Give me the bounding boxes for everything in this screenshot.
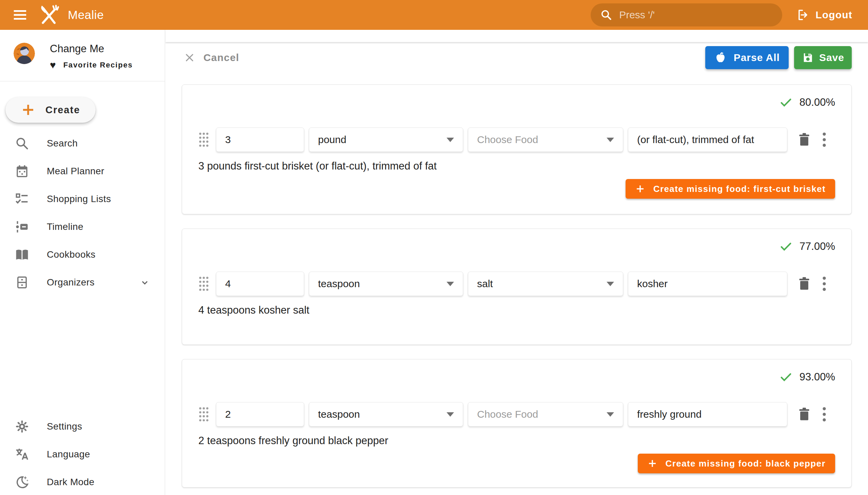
cabinet-icon: [14, 275, 30, 290]
confidence-row: 80.00%: [198, 96, 835, 109]
missing-food-row: Create missing food: first-cut brisket: [198, 179, 835, 199]
ingredient-menu-button[interactable]: [822, 407, 827, 422]
unit-select[interactable]: pound: [309, 127, 463, 152]
mealie-logo-icon: [37, 4, 60, 26]
gear-icon: [14, 419, 30, 434]
main-content: Cancel Parse All Save: [166, 30, 868, 495]
heart-icon: ♥: [50, 60, 57, 70]
drag-handle[interactable]: [198, 406, 209, 423]
sidebar-item-label: Timeline: [47, 221, 83, 232]
caret-down-icon: [607, 282, 614, 286]
plus-icon: [635, 184, 645, 194]
save-button[interactable]: Save: [794, 46, 852, 69]
quantity-input[interactable]: [216, 272, 304, 296]
create-missing-food-label: Create missing food: black pepper: [666, 458, 826, 469]
content-top-strip: [166, 30, 868, 42]
original-ingredient-text: 2 teaspoons freshly ground black pepper: [198, 434, 835, 447]
sidebar-item-language[interactable]: Language: [0, 440, 165, 468]
sidebar-item-label: Search: [47, 138, 78, 149]
sidebar-item-meal-planner[interactable]: Meal Planner: [0, 157, 165, 185]
unit-value: teaspoon: [318, 409, 442, 420]
caret-down-icon: [446, 412, 454, 417]
ingredient-fields-row: teaspoon salt: [198, 272, 835, 296]
delete-ingredient-button[interactable]: [797, 406, 812, 423]
confidence-value: 93.00%: [800, 371, 835, 383]
sidebar-item-search[interactable]: Search: [0, 130, 165, 157]
unit-select[interactable]: teaspoon: [309, 272, 463, 296]
caret-down-icon: [446, 282, 454, 286]
sidebar-item-cookbooks[interactable]: Cookbooks: [0, 241, 165, 269]
sidebar-item-label: Meal Planner: [47, 166, 104, 177]
sidebar-divider: [0, 81, 165, 81]
drag-handle[interactable]: [198, 276, 209, 292]
search-placeholder: Press '/': [619, 9, 655, 21]
ingredient-menu-button[interactable]: [822, 276, 827, 292]
sidebar-bottom-menu: Settings Language: [0, 413, 165, 495]
create-missing-food-button[interactable]: Create missing food: first-cut brisket: [626, 179, 835, 199]
ingredient-card: 80.00% pound: [182, 84, 852, 214]
dots-vertical-icon: [822, 407, 827, 422]
drag-handle[interactable]: [198, 132, 209, 148]
search-bar[interactable]: Press '/': [591, 3, 782, 27]
food-select[interactable]: salt: [468, 272, 623, 296]
app-title: Mealie: [68, 8, 104, 22]
sidebar-item-timeline[interactable]: Timeline: [0, 213, 165, 241]
cancel-button[interactable]: Cancel: [182, 52, 241, 64]
plus-icon: [647, 458, 658, 468]
checklist-icon: [14, 191, 30, 207]
menu-button[interactable]: [10, 5, 30, 25]
food-select[interactable]: Choose Food: [468, 127, 623, 152]
user-info: Change Me ♥ Favorite Recipes: [50, 43, 133, 70]
parse-all-button[interactable]: Parse All: [705, 46, 789, 69]
unit-select[interactable]: teaspoon: [309, 402, 463, 427]
delete-ingredient-button[interactable]: [797, 276, 812, 292]
dots-vertical-icon: [822, 132, 827, 148]
chevron-down-icon: [139, 277, 151, 288]
ingredient-fields-row: teaspoon Choose Food: [198, 402, 835, 427]
sidebar-item-settings[interactable]: Settings: [0, 413, 165, 440]
save-label: Save: [819, 52, 844, 63]
missing-food-row: Create missing food: black pepper: [198, 454, 835, 473]
timeline-icon: [14, 219, 30, 235]
note-input[interactable]: [628, 272, 787, 296]
translate-icon: [14, 446, 30, 462]
food-placeholder: Choose Food: [477, 409, 602, 420]
avatar: [14, 43, 35, 64]
close-icon: [184, 52, 195, 63]
original-ingredient-text: 4 teaspoons kosher salt: [198, 304, 835, 316]
favorite-recipes-link[interactable]: ♥ Favorite Recipes: [50, 60, 133, 70]
ingredient-fields-row: pound Choose Food: [198, 127, 835, 152]
caret-down-icon: [446, 138, 454, 142]
note-input[interactable]: [628, 127, 787, 152]
sidebar-item-shopping-lists[interactable]: Shopping Lists: [0, 185, 165, 213]
trash-icon: [797, 406, 812, 423]
confidence-row: 77.00%: [198, 240, 835, 253]
create-button[interactable]: Create: [5, 97, 96, 123]
create-missing-food-button[interactable]: Create missing food: black pepper: [638, 454, 835, 473]
cancel-label: Cancel: [203, 52, 239, 63]
user-profile[interactable]: Change Me ♥ Favorite Recipes: [0, 30, 165, 70]
note-input[interactable]: [628, 402, 787, 427]
ingredient-menu-button[interactable]: [822, 132, 827, 148]
quantity-input[interactable]: [216, 127, 304, 152]
original-ingredient-text: 3 pounds first-cut brisket (or flat-cut)…: [198, 160, 835, 172]
calendar-icon: [14, 164, 30, 179]
caret-down-icon: [607, 412, 614, 417]
plus-icon: [21, 103, 35, 117]
sidebar-item-organizers[interactable]: Organizers: [0, 269, 165, 296]
hamburger-icon: [12, 7, 28, 23]
sidebar-item-label: Shopping Lists: [47, 193, 111, 204]
sidebar-item-dark-mode[interactable]: Dark Mode: [0, 468, 165, 495]
delete-ingredient-button[interactable]: [797, 132, 812, 148]
top-navigation-bar: Mealie Press '/' Logout: [0, 0, 868, 30]
create-label: Create: [46, 104, 80, 116]
food-select[interactable]: Choose Food: [468, 402, 623, 427]
check-icon: [779, 240, 793, 253]
logout-button[interactable]: Logout: [795, 8, 854, 22]
app-window: Mealie Press '/' Logout: [0, 0, 868, 495]
check-icon: [779, 370, 793, 384]
quantity-input[interactable]: [216, 402, 304, 427]
logout-icon: [797, 8, 809, 21]
confidence-value: 80.00%: [800, 96, 835, 108]
confidence-value: 77.00%: [800, 240, 835, 253]
